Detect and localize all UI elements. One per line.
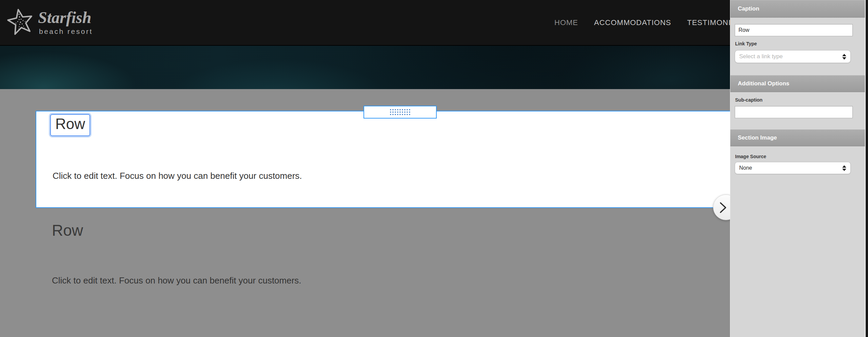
link-type-label: Link Type <box>735 41 757 46</box>
nav-item-home[interactable]: HOME <box>554 18 578 27</box>
nav-item-testimonials[interactable]: TESTIMONIALS <box>687 18 730 27</box>
image-source-value: None <box>739 165 752 171</box>
sub-caption-label: Sub-caption <box>735 97 763 103</box>
starfish-icon <box>6 7 35 37</box>
selected-row-section[interactable]: Row Click to edit text. Focus on how you… <box>36 111 730 208</box>
nav-item-accommodations[interactable]: ACCOMMODATIONS <box>594 18 671 27</box>
logo-name: Starfish <box>38 9 93 26</box>
additional-options-section-header: Additional Options <box>730 75 868 92</box>
section-image-section-header: Section Image <box>730 129 868 146</box>
sub-caption-input[interactable] <box>735 106 853 118</box>
link-type-select[interactable]: Select a link type <box>735 50 851 63</box>
caption-input[interactable] <box>735 24 853 36</box>
row-caption[interactable]: Row <box>52 221 83 239</box>
site-logo[interactable]: Starfish beach resort <box>6 7 93 37</box>
settings-panel: Caption Link Type Select a link type Add… <box>730 0 868 337</box>
row-body-text[interactable]: Click to edit text. Focus on how you can… <box>53 171 302 181</box>
site-header: Starfish beach resort HOME ACCOMMODATION… <box>0 0 730 45</box>
main-nav: HOME ACCOMMODATIONS TESTIMONIALS <box>554 0 730 45</box>
caption-section-header: Caption <box>730 0 868 18</box>
row-caption-editable[interactable]: Row <box>50 114 90 136</box>
image-source-label: Image Source <box>735 154 766 159</box>
window-scrollbar-track[interactable] <box>865 0 868 337</box>
drag-dots-icon <box>390 109 411 115</box>
site-builder-app: Starfish beach resort HOME ACCOMMODATION… <box>0 0 868 337</box>
select-arrows-icon <box>842 54 846 60</box>
row-body-text[interactable]: Click to edit text. Focus on how you can… <box>52 275 301 286</box>
hero-banner-image <box>0 45 730 89</box>
preview-canvas: Starfish beach resort HOME ACCOMMODATION… <box>0 0 730 337</box>
row-drag-handle[interactable] <box>363 106 437 119</box>
image-source-select[interactable]: None <box>735 162 851 174</box>
link-type-placeholder: Select a link type <box>739 53 783 60</box>
logo-tagline: beach resort <box>39 27 93 36</box>
select-arrows-icon <box>842 165 846 171</box>
logo-text: Starfish beach resort <box>38 9 93 36</box>
